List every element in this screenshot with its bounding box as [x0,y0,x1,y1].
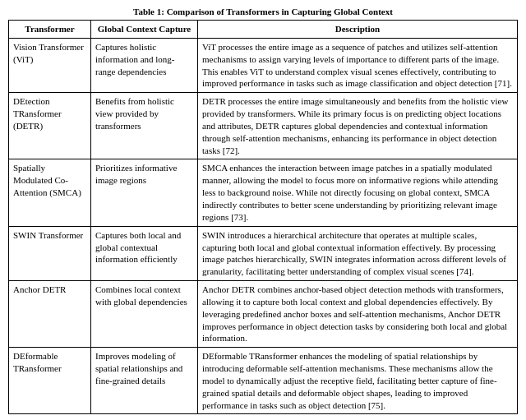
context-capture: Combines local context with global depen… [91,281,198,348]
transformer-name: Vision Transformer (ViT) [9,38,91,92]
header-context: Global Context Capture [91,21,198,39]
comparison-table: Transformer Global Context Capture Descr… [8,20,518,414]
transformer-name: Anchor DETR [9,281,91,348]
description-text: DEformable TRansformer enhances the mode… [198,348,518,414]
header-description: Description [198,21,518,39]
description-text: SWIN introduces a hierarchical architect… [198,226,518,280]
description-text: DETR processes the entire image simultan… [198,93,518,159]
header-transformer: Transformer [9,21,91,39]
table-row: Anchor DETRCombines local context with g… [9,281,518,348]
table-row: DEformable TRansformerImproves modeling … [9,348,518,414]
description-text: Anchor DETR combines anchor-based object… [198,281,518,348]
context-capture: Benefits from holistic view provided by … [91,93,198,159]
context-capture: Improves modeling of spatial relationshi… [91,348,198,414]
table-row: DEtection TRansformer (DETR)Benefits fro… [9,93,518,159]
table-row: Spatially Modulated Co-Attention (SMCA)P… [9,159,518,226]
transformer-name: Spatially Modulated Co-Attention (SMCA) [9,159,91,226]
description-text: ViT processes the entire image as a sequ… [198,38,518,92]
description-text: SMCA enhances the interaction between im… [198,159,518,226]
transformer-name: DEtection TRansformer (DETR) [9,93,91,159]
context-capture: Prioritizes informative image regions [91,159,198,226]
table-row: SWIN TransformerCaptures both local and … [9,226,518,280]
context-capture: Captures holistic information and long-r… [91,38,198,92]
table-title: Table 1: Comparison of Transformers in C… [8,7,518,16]
table-row: Vision Transformer (ViT)Captures holisti… [9,38,518,92]
transformer-name: SWIN Transformer [9,226,91,280]
context-capture: Captures both local and global contextua… [91,226,198,280]
transformer-name: DEformable TRansformer [9,348,91,414]
